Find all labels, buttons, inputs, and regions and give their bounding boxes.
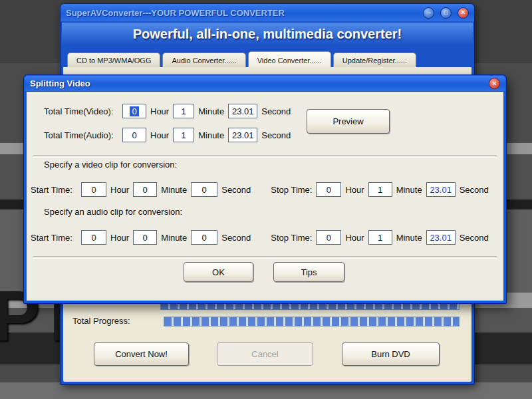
app-title: SuperAVConverter---YOUR POWERFUL CONVERT…: [66, 8, 285, 18]
dialog-titlebar[interactable]: Splitting Video ✕: [25, 76, 505, 91]
tips-button[interactable]: Tips: [273, 262, 344, 282]
audio-stop-minute-field[interactable]: 1: [368, 230, 392, 245]
tab-video-converter[interactable]: Video Converter......: [248, 51, 331, 67]
banner-text: Powerful, all-in-one, multimedia convert…: [133, 27, 402, 42]
maximize-icon[interactable]: □: [440, 7, 452, 19]
stop-time-label: Stop Time:: [271, 185, 312, 195]
tab-audio-converter[interactable]: Audio Converter......: [162, 53, 245, 67]
audio-clip-heading: Specify an audio clip for conversion:: [44, 207, 182, 217]
video-start-second-field[interactable]: 0: [191, 182, 217, 197]
banner: Powerful, all-in-one, multimedia convert…: [62, 23, 473, 45]
separator: [33, 155, 497, 158]
preview-button[interactable]: Preview: [307, 109, 390, 134]
hour-unit-label: Hour: [150, 130, 169, 140]
total-audio-hour-field[interactable]: 0: [122, 128, 146, 142]
video-stop-minute-field[interactable]: 1: [368, 182, 392, 197]
minute-unit-label: Minute: [396, 185, 422, 195]
dialog-close-icon[interactable]: ✕: [489, 78, 500, 89]
video-clip-heading: Specify a video clip for conversion:: [44, 160, 177, 170]
audio-stop-second-field[interactable]: 23.01: [426, 230, 456, 245]
audio-start-second-field[interactable]: 0: [191, 230, 217, 245]
total-audio-minute-field[interactable]: 1: [173, 128, 194, 142]
total-progress-bar: [164, 317, 460, 327]
total-video-row: Total Time(Video): 0 Hour 1 Minute 23.01…: [44, 104, 291, 118]
audio-clip-row: Start Time: 0 Hour 0 Minute 0 Second Sto…: [31, 230, 489, 245]
separator: [33, 256, 497, 259]
second-unit-label: Second: [460, 233, 489, 243]
start-time-label: Start Time:: [31, 185, 77, 195]
tab-bar: CD to MP3/WMA/OGG Audio Converter...... …: [67, 49, 471, 67]
window-controls: – □ ✕: [423, 7, 469, 19]
app-titlebar[interactable]: SuperAVConverter---YOUR POWERFUL CONVERT…: [61, 4, 474, 21]
second-unit-label: Second: [460, 185, 489, 195]
second-unit-label: Second: [261, 106, 291, 116]
minute-unit-label: Minute: [161, 185, 187, 195]
convert-now-button[interactable]: Convert Now!: [94, 342, 189, 366]
selected-text: 0: [130, 106, 138, 116]
total-video-hour-field[interactable]: 0: [122, 104, 146, 118]
stop-time-label: Stop Time:: [271, 233, 312, 243]
total-audio-row: Total Time(Audio): 0 Hour 1 Minute 23.01…: [44, 128, 291, 142]
cancel-button: Cancel: [217, 342, 313, 366]
minimize-icon[interactable]: –: [423, 7, 434, 19]
minute-unit-label: Minute: [198, 130, 224, 140]
ok-button[interactable]: OK: [184, 262, 253, 282]
minute-unit-label: Minute: [161, 233, 187, 243]
total-video-minute-field[interactable]: 1: [173, 104, 194, 118]
hour-unit-label: Hour: [345, 185, 364, 195]
hour-unit-label: Hour: [110, 233, 129, 243]
total-audio-label: Total Time(Audio):: [44, 130, 118, 140]
close-icon[interactable]: ✕: [458, 7, 469, 19]
video-start-hour-field[interactable]: 0: [81, 182, 106, 197]
total-audio-second-field[interactable]: 23.01: [228, 128, 257, 142]
video-stop-second-field[interactable]: 23.01: [426, 182, 456, 197]
dialog-title: Splitting Video: [30, 78, 90, 88]
start-time-label: Start Time:: [31, 233, 77, 243]
hour-unit-label: Hour: [150, 106, 169, 116]
second-unit-label: Second: [221, 233, 251, 243]
second-unit-label: Second: [261, 130, 291, 140]
audio-start-minute-field[interactable]: 0: [133, 230, 157, 245]
hour-unit-label: Hour: [345, 233, 364, 243]
total-progress-label: Total Progress:: [72, 316, 130, 326]
tab-update-register[interactable]: Update/Register......: [333, 53, 416, 67]
burn-dvd-button[interactable]: Burn DVD: [342, 342, 440, 366]
tab-cd-to-mp3[interactable]: CD to MP3/WMA/OGG: [67, 53, 160, 67]
hour-unit-label: Hour: [110, 185, 129, 195]
minute-unit-label: Minute: [396, 233, 422, 243]
video-clip-row: Start Time: 0 Hour 0 Minute 0 Second Sto…: [31, 182, 489, 197]
audio-start-hour-field[interactable]: 0: [81, 230, 106, 245]
audio-stop-hour-field[interactable]: 0: [316, 230, 341, 245]
second-unit-label: Second: [221, 185, 251, 195]
total-video-label: Total Time(Video):: [44, 106, 118, 116]
video-stop-hour-field[interactable]: 0: [316, 182, 341, 197]
splitting-video-dialog: Splitting Video ✕ Total Time(Video): 0 H…: [23, 74, 507, 304]
video-start-minute-field[interactable]: 0: [133, 182, 157, 197]
minute-unit-label: Minute: [198, 106, 224, 116]
total-video-second-field[interactable]: 23.01: [228, 104, 257, 118]
dialog-body: Total Time(Video): 0 Hour 1 Minute 23.01…: [27, 92, 503, 301]
